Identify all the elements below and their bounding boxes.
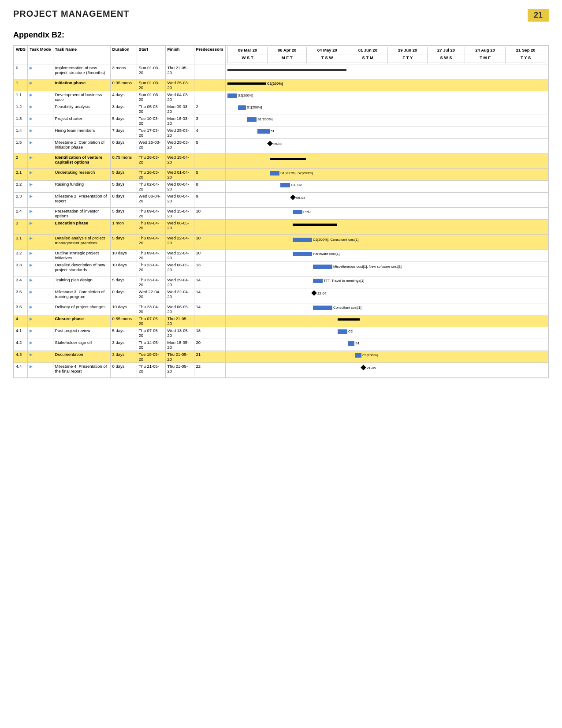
wbs-cell: 0 (14, 64, 28, 79)
table-row: 4.2 ▶ Stakeholder sign off 3 days Thu 14… (14, 339, 548, 351)
mode-cell: ▶ (28, 363, 53, 378)
task-name-cell: Milestone 3: Completion of training prog… (53, 288, 110, 303)
wbs-cell: 3.3 (14, 261, 28, 276)
duration-cell: 5 days (110, 181, 137, 193)
gantt-bar-cell: 22-04 (225, 288, 548, 303)
gantt-bar-cell: S1[200%] (225, 115, 548, 127)
table-row: 1.2 ▶ Feasibility analysis 3 days Thu 05… (14, 103, 548, 115)
pred-cell: 10 (194, 250, 225, 261)
task-name-cell: Milestone 4: Presentation of the final r… (53, 363, 110, 378)
pred-cell (194, 220, 225, 235)
gantt-bar-cell: C1, C2 (225, 181, 548, 193)
table-row: 4.3 ▶ Documentation 3 days Tue 19-05-20 … (14, 351, 548, 363)
gantt-bar-cell: 51 (225, 127, 548, 139)
duration-cell: 0.95 mons (110, 79, 137, 91)
table-row: 3.4 ▶ Training plan design 5 days Thu 23… (14, 276, 548, 288)
task-name-cell: Milestone 2: Presentation of report (53, 193, 110, 208)
wbs-cell: 3.2 (14, 250, 28, 261)
wbs-cell: 3.1 (14, 235, 28, 250)
gantt-container: WBS Task Mode Task Name Duration Start F… (13, 45, 549, 378)
finish-cell: Wed 29-04-20 (165, 276, 194, 288)
mode-cell: ▶ (28, 91, 53, 103)
start-cell: Thu 07-05-20 (137, 315, 165, 327)
page-number: 21 (528, 9, 549, 22)
table-row: 1.3 ▶ Project charter 5 days Tue 10-03-2… (14, 115, 548, 127)
wbs-cell: 1.3 (14, 115, 28, 127)
table-row: 1.5 ▶ Milestone 1: Completion of initiat… (14, 139, 548, 154)
table-row: 1 ▶ Initiation phase 0.95 mons Sun 01-03… (14, 79, 548, 91)
duration-cell: 5 days (110, 276, 137, 288)
duration-cell: 10 days (110, 250, 137, 261)
table-row: 3.2 ▶ Outline strategic project initiati… (14, 250, 548, 261)
table-row: 2 ▶ Identification of venture capitalist… (14, 154, 548, 169)
finish-cell: Wed 25-03-20 (165, 139, 194, 154)
wbs-cell: 3 (14, 220, 28, 235)
pred-cell (194, 79, 225, 91)
appendix-title: Appendix B2: (13, 30, 549, 40)
finish-cell: Thu 21-05-20 (165, 351, 194, 363)
task-name-cell: Documentation (53, 351, 110, 363)
start-cell: Sun 01-03-20 (137, 91, 165, 103)
mode-cell: ▶ (28, 103, 53, 115)
finish-cell: Wed 06-05-20 (165, 303, 194, 315)
col-header-name: Task Name (53, 46, 110, 64)
wbs-cell: 2.1 (14, 169, 28, 181)
duration-cell: 1 mon (110, 220, 137, 235)
task-name-cell: Delivery of project changes (53, 303, 110, 315)
start-cell: Thu 07-05-20 (137, 327, 165, 339)
task-name-cell: Milestone 1: Completion of initiation ph… (53, 139, 110, 154)
wbs-cell: 2.4 (14, 208, 28, 220)
finish-cell: Wed 13-05-20 (165, 327, 194, 339)
col-header-finish: Finish (165, 46, 194, 64)
wbs-cell: 3.6 (14, 303, 28, 315)
mode-cell: ▶ (28, 315, 53, 327)
mode-cell: ▶ (28, 276, 53, 288)
start-cell: Thu 23-04-20 (137, 261, 165, 276)
start-cell: Thu 09-04-20 (137, 235, 165, 250)
start-cell: Thu 14-05-20 (137, 339, 165, 351)
duration-cell: 5 days (110, 235, 137, 250)
table-row: 3 ▶ Execution phase 1 mon Thu 09-04-20 W… (14, 220, 548, 235)
start-cell: Thu 23-04-20 (137, 276, 165, 288)
task-name-cell: Detailed description of new project stan… (53, 261, 110, 276)
gantt-bar-cell (225, 315, 548, 327)
start-cell: Sun 01-03-20 (137, 79, 165, 91)
mode-cell: ▶ (28, 181, 53, 193)
finish-cell: Thu 21-05-20 (165, 64, 194, 79)
start-cell: Thu 09-04-20 (137, 250, 165, 261)
gantt-bar-cell: C1[200%] (225, 351, 548, 363)
task-name-cell: Detailed analysis of project management … (53, 235, 110, 250)
pred-cell: 22 (194, 363, 225, 378)
finish-cell: Wed 15-04-20 (165, 208, 194, 220)
table-row: 4.1 ▶ Post project review 5 days Thu 07-… (14, 327, 548, 339)
col-header-pred: Predecessors (194, 46, 225, 64)
task-name-cell: Development of business case (53, 91, 110, 103)
gantt-table: WBS Task Mode Task Name Duration Start F… (14, 45, 548, 378)
table-row: 2.2 ▶ Raising funding 5 days Thu 02-04-2… (14, 181, 548, 193)
start-cell: Thu 09-04-20 (137, 208, 165, 220)
start-cell: Thu 26-03-20 (137, 169, 165, 181)
task-name-cell: Raising funding (53, 181, 110, 193)
task-name-cell: Feasibility analysis (53, 103, 110, 115)
mode-cell: ▶ (28, 327, 53, 339)
finish-cell: Mon 09-03-20 (165, 103, 194, 115)
col-header-start: Start (137, 46, 165, 64)
start-cell: Wed 25-03-20 (137, 139, 165, 154)
task-name-cell: Post project review (53, 327, 110, 339)
duration-cell: 3 mons (110, 64, 137, 79)
task-name-cell: Closure phase (53, 315, 110, 327)
pred-cell: 13 (194, 261, 225, 276)
task-name-cell: Stakeholder sign off (53, 339, 110, 351)
wbs-cell: 3.4 (14, 276, 28, 288)
mode-cell: ▶ (28, 261, 53, 276)
duration-cell: 0.75 mons (110, 154, 137, 169)
mode-cell: ▶ (28, 64, 53, 79)
duration-cell: 0 days (110, 139, 137, 154)
pred-cell (194, 315, 225, 327)
gantt-bar-cell: S1 (225, 339, 548, 351)
task-name-cell: Implementation of new project structure … (53, 64, 110, 79)
wbs-cell: 2.2 (14, 181, 28, 193)
pred-cell: 20 (194, 339, 225, 351)
start-cell: Thu 05-03-20 (137, 103, 165, 115)
finish-cell: Wed 06-05-20 (165, 220, 194, 235)
